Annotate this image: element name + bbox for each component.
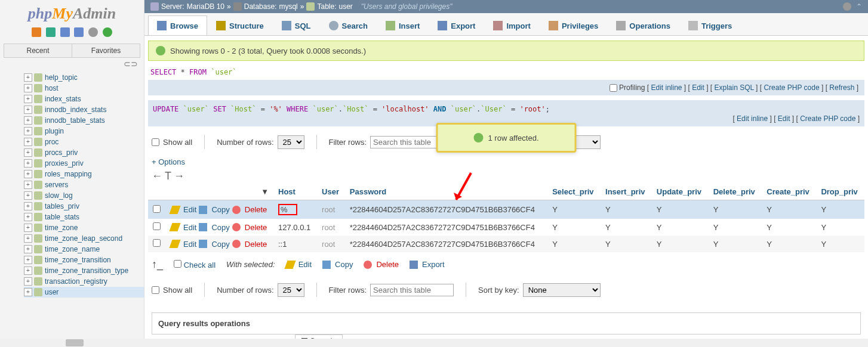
tree-item-roles_mapping[interactable]: +roles_mapping: [24, 169, 144, 179]
cell-update-priv[interactable]: Y: [652, 200, 709, 219]
create-php-link[interactable]: Create PHP code: [764, 83, 819, 92]
col-header-Update_priv[interactable]: Update_priv: [657, 187, 701, 196]
edit-inline-link-2[interactable]: Edit inline: [737, 114, 768, 123]
bc-db-link[interactable]: mysql: [279, 2, 297, 11]
tree-item-transaction_registry[interactable]: +transaction_registry: [24, 276, 144, 287]
tab-privileges[interactable]: Privileges: [540, 16, 607, 35]
cell-create-priv[interactable]: Y: [762, 236, 816, 252]
row-edit-button[interactable]: Edit: [171, 205, 196, 214]
tree-item-procs_priv[interactable]: +procs_priv: [24, 147, 144, 158]
settings-icon[interactable]: [843, 2, 851, 11]
tab-browse[interactable]: Browse: [148, 16, 207, 35]
expand-icon[interactable]: +: [24, 106, 32, 114]
tab-favorites[interactable]: Favorites: [72, 44, 140, 58]
col-header-Host[interactable]: Host: [278, 187, 296, 196]
col-header-Delete_priv[interactable]: Delete_priv: [713, 187, 755, 196]
row-copy-button[interactable]: Copy: [199, 205, 229, 214]
cell-insert-priv[interactable]: Y: [601, 236, 652, 252]
expand-icon[interactable]: +: [24, 224, 32, 232]
expand-icon[interactable]: +: [24, 138, 32, 146]
expand-icon[interactable]: +: [24, 73, 32, 82]
tree-item-time_zone[interactable]: +time_zone: [24, 222, 144, 233]
expand-icon[interactable]: +: [24, 288, 32, 296]
gear-icon[interactable]: [88, 27, 98, 37]
cell-insert-priv[interactable]: Y: [601, 219, 652, 236]
tab-search[interactable]: Search: [320, 16, 377, 35]
tree-item-innodb_index_stats[interactable]: +innodb_index_stats: [24, 104, 144, 115]
cell-user[interactable]: root: [317, 200, 345, 219]
expand-icon[interactable]: +: [24, 170, 32, 178]
col-header-User[interactable]: User: [322, 187, 339, 196]
col-header-Create_priv[interactable]: Create_priv: [767, 187, 809, 196]
logo[interactable]: phpMyAdmin: [0, 0, 144, 25]
expand-icon[interactable]: +: [24, 234, 32, 243]
expand-icon[interactable]: +: [24, 95, 32, 103]
tab-operations[interactable]: Operations: [607, 16, 679, 35]
cell-create-priv[interactable]: Y: [762, 219, 816, 236]
cell-host[interactable]: ::1: [273, 236, 317, 252]
tab-triggers[interactable]: Triggers: [679, 16, 741, 35]
num-rows-select-2[interactable]: 25: [278, 283, 304, 297]
expand-icon[interactable]: +: [24, 267, 32, 275]
doc2-icon[interactable]: [74, 27, 84, 37]
cell-password[interactable]: *22844604D257A2C83672727C9D4751B6B3766CF…: [345, 200, 547, 219]
expand-icon[interactable]: +: [24, 277, 32, 286]
expand-icon[interactable]: +: [24, 116, 32, 125]
cell-select-priv[interactable]: Y: [547, 219, 601, 236]
cell-password[interactable]: *22844604D257A2C83672727C9D4751B6B3766CF…: [345, 219, 547, 236]
explain-sql-link[interactable]: Explain SQL: [715, 83, 754, 92]
expand-icon[interactable]: +: [24, 181, 32, 189]
tree-item-index_stats[interactable]: +index_stats: [24, 94, 144, 104]
show-all-checkbox-2[interactable]: [152, 286, 159, 294]
expand-icon[interactable]: +: [24, 127, 32, 135]
tree-item-time_zone_name[interactable]: +time_zone_name: [24, 244, 144, 255]
bulk-delete-button[interactable]: Delete: [364, 260, 399, 269]
bulk-copy-button[interactable]: Copy: [322, 260, 353, 269]
tab-structure[interactable]: Structure: [207, 16, 273, 35]
tree-item-slow_log[interactable]: +slow_log: [24, 190, 144, 201]
tab-recent[interactable]: Recent: [4, 44, 72, 58]
tree-item-time_zone_leap_second[interactable]: +time_zone_leap_second: [24, 233, 144, 244]
cell-select-priv[interactable]: Y: [547, 236, 601, 252]
expand-icon[interactable]: +: [24, 245, 32, 253]
cell-delete-priv[interactable]: Y: [709, 200, 762, 219]
db-tree[interactable]: +help_topic+host+index_stats+innodb_inde…: [0, 70, 144, 347]
docs-icon[interactable]: [60, 27, 70, 37]
col-header-Drop_priv[interactable]: Drop_priv: [821, 187, 857, 196]
bc-server-link[interactable]: MariaDB 10: [187, 2, 224, 11]
horizontal-scrollbar[interactable]: [0, 339, 868, 347]
row-checkbox[interactable]: [153, 205, 161, 213]
cell-password[interactable]: *22844604D257A2C83672727C9D4751B6B3766CF…: [345, 236, 547, 252]
sort-select-2[interactable]: None: [523, 283, 601, 297]
filter-input-2[interactable]: [370, 284, 454, 296]
tree-item-proxies_priv[interactable]: +proxies_priv: [24, 158, 144, 169]
row-edit-button[interactable]: Edit: [171, 240, 196, 249]
expand-icon[interactable]: +: [24, 148, 32, 157]
cell-user[interactable]: root: [317, 219, 345, 236]
row-checkbox[interactable]: [153, 239, 161, 247]
cell-drop-priv[interactable]: Y: [816, 219, 864, 236]
tree-item-help_topic[interactable]: +help_topic: [24, 72, 144, 83]
row-delete-button[interactable]: Delete: [232, 205, 267, 214]
tree-item-time_zone_transition_type[interactable]: +time_zone_transition_type: [24, 265, 144, 276]
tab-export[interactable]: Export: [429, 16, 484, 35]
row-delete-button[interactable]: Delete: [232, 240, 267, 249]
expand-icon[interactable]: +: [24, 202, 32, 210]
tree-item-plugin[interactable]: +plugin: [24, 126, 144, 137]
bulk-export-button[interactable]: Export: [410, 260, 445, 269]
expand-icon[interactable]: +: [24, 84, 32, 92]
cell-update-priv[interactable]: Y: [652, 236, 709, 252]
expand-icon[interactable]: +: [24, 191, 32, 200]
cell-drop-priv[interactable]: Y: [816, 200, 864, 219]
collapse-icon[interactable]: ⌃: [856, 2, 862, 11]
col-header-Select_priv[interactable]: Select_priv: [552, 187, 593, 196]
tree-item-servers[interactable]: +servers: [24, 179, 144, 190]
tab-import[interactable]: Import: [484, 16, 539, 35]
refresh-link[interactable]: Refresh: [829, 83, 854, 92]
create-php-link-2[interactable]: Create PHP code: [800, 114, 855, 123]
col-header-Insert_priv[interactable]: Insert_priv: [605, 187, 645, 196]
cell-host[interactable]: %: [273, 200, 317, 219]
cell-insert-priv[interactable]: Y: [601, 200, 652, 219]
row-edit-button[interactable]: Edit: [171, 223, 196, 232]
check-all-checkbox[interactable]: [174, 260, 181, 268]
